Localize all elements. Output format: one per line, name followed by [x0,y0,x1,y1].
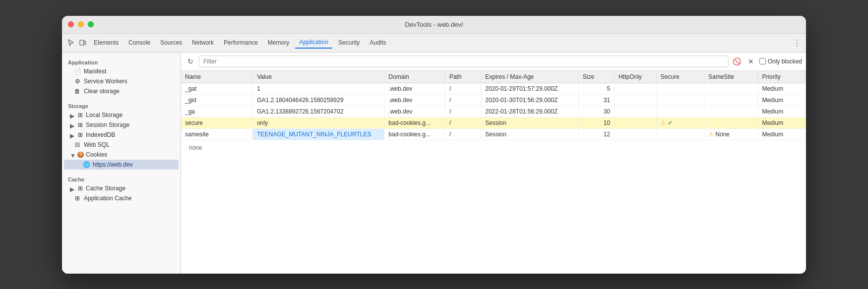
table-row[interactable]: samesiteTEENAGE_MUTANT_NINJA_FLEURTLESba… [181,128,806,140]
tab-audits[interactable]: Audits [366,37,390,48]
refresh-button[interactable]: ↻ [185,56,196,67]
content-toolbar: ↻ 🚫 ✕ Only blocked [181,53,806,71]
close-button[interactable] [68,21,74,27]
indexeddb-label: IndexedDB [86,131,115,138]
content-panel: ↻ 🚫 ✕ Only blocked Name Value Domain [181,53,806,274]
col-secure[interactable]: Secure [656,71,704,83]
filter-input[interactable] [199,56,729,67]
service-workers-label: Service Workers [84,78,127,85]
table-cell: 2022-01-28T01:56:29.000Z [481,106,579,117]
col-value[interactable]: Value [253,71,384,83]
sidebar-item-app-cache[interactable]: ⊞ Application Cache [64,193,179,203]
app-cache-icon: ⊞ [74,195,81,202]
tab-sources[interactable]: Sources [156,37,186,48]
tab-network[interactable]: Network [188,37,218,48]
chevron-right-icon-3: ▶ [70,132,75,137]
sidebar-item-session-storage[interactable]: ▶ ⊞ Session Storage [64,120,179,130]
sidebar-item-local-storage[interactable]: ▶ ⊞ Local Storage [64,110,179,120]
manifest-label: Manifest [84,68,106,75]
table-cell [656,83,704,94]
main-area: Application 📄 Manifest ⚙ Service Workers… [62,53,806,274]
col-domain[interactable]: Domain [384,71,445,83]
chevron-right-icon: ▶ [70,113,75,117]
col-name[interactable]: Name [181,71,253,83]
col-priority[interactable]: Priority [758,71,806,83]
only-blocked-label[interactable]: Only blocked [759,58,802,65]
table-cell: Session [481,128,579,140]
col-path[interactable]: Path [445,71,481,83]
table-row[interactable]: _gat1.web.dev/2020-01-29T01:57:29.000Z5M… [181,83,806,94]
more-options-icon[interactable]: ⋮ [792,38,802,48]
table-cell: samesite [181,128,253,140]
file-icon: 📄 [74,68,81,75]
table-cell: / [445,128,481,140]
sidebar-item-cookies[interactable]: ▼ 🍪 Cookies [64,150,179,160]
table-row[interactable]: secureonlybad-cookies.g.../Session10⚠ ✓M… [181,117,806,128]
table-cell [615,106,656,117]
col-size[interactable]: Size [578,71,614,83]
storage-section-label: Storage [62,100,181,110]
web-sql-icon: ⊟ [74,141,81,148]
table-cell: bad-cookies.g... [384,117,445,128]
tab-elements[interactable]: Elements [90,37,123,48]
sidebar-item-cache-storage[interactable]: ▶ ⊞ Cache Storage [64,183,179,193]
sidebar-item-manifest[interactable]: 📄 Manifest [64,66,179,76]
cookies-label: Cookies [86,151,107,158]
sidebar: Application 📄 Manifest ⚙ Service Workers… [62,53,181,274]
footer-none-text: none [181,140,806,155]
table-cell [656,94,704,106]
table-cell [704,94,757,106]
table-row[interactable]: _gaGA1.2.1338892726.1567204702.web.dev/2… [181,106,806,117]
col-httponly[interactable]: HttpOnly [615,71,656,83]
table-cell: / [445,106,481,117]
table-cell [615,128,656,140]
sidebar-item-web-sql[interactable]: ⊟ Web SQL [64,140,179,150]
tab-security[interactable]: Security [334,37,364,48]
table-cell: / [445,83,481,94]
table-cell: Medium [758,94,806,106]
sidebar-item-service-workers[interactable]: ⚙ Service Workers [64,76,179,86]
session-storage-label: Session Storage [86,121,129,128]
chevron-right-icon-2: ▶ [70,122,75,127]
table-cell: ⚠ ✓ [656,117,704,128]
col-expires[interactable]: Expires / Max-Age [481,71,579,83]
table-cell: ⚠ None [704,128,757,140]
minimize-button[interactable] [78,21,84,27]
table-cell [704,83,757,94]
traffic-lights [68,21,94,27]
table-cell: _gat [181,83,253,94]
svg-rect-0 [80,40,84,45]
table-cell [615,94,656,106]
table-cell [615,83,656,94]
clear-filter-icon[interactable]: 🚫 [732,56,743,67]
local-storage-icon: ⊞ [77,112,84,118]
tab-application[interactable]: Application [295,37,332,49]
table-cell: GA1.2.1338892726.1567204702 [253,106,384,117]
tab-console[interactable]: Console [124,37,154,48]
sidebar-item-indexeddb[interactable]: ▶ ⊞ IndexedDB [64,130,179,140]
cache-storage-icon: ⊞ [77,185,84,192]
table-cell: / [445,94,481,106]
table-cell: 5 [578,83,614,94]
maximize-button[interactable] [88,21,94,27]
table-body: _gat1.web.dev/2020-01-29T01:57:29.000Z5M… [181,83,806,140]
only-blocked-checkbox[interactable] [759,58,766,64]
table-row[interactable]: _gidGA1.2.1804046426.1580259929.web.dev/… [181,94,806,106]
web-sql-label: Web SQL [84,141,110,148]
tab-performance[interactable]: Performance [220,37,262,48]
sidebar-item-cookies-child[interactable]: 🌐 https://web.dev [64,160,179,170]
col-samesite[interactable]: SameSite [704,71,757,83]
table-cell: Medium [758,128,806,140]
table-cell: GA1.2.1804046426.1580259929 [253,94,384,106]
cookies-table-container: Name Value Domain Path Expires / Max-Age… [181,71,806,274]
globe-icon: 🌐 [83,161,90,168]
session-storage-icon: ⊞ [77,121,84,128]
close-icon[interactable]: ✕ [745,56,756,67]
titlebar: DevTools - web.dev/ [62,16,806,34]
svg-rect-1 [84,41,86,45]
cursor-icon[interactable] [66,38,76,48]
table-cell: Medium [758,106,806,117]
tab-memory[interactable]: Memory [264,37,293,48]
device-icon[interactable] [78,38,88,48]
sidebar-item-clear-storage[interactable]: 🗑 Clear storage [64,86,179,96]
